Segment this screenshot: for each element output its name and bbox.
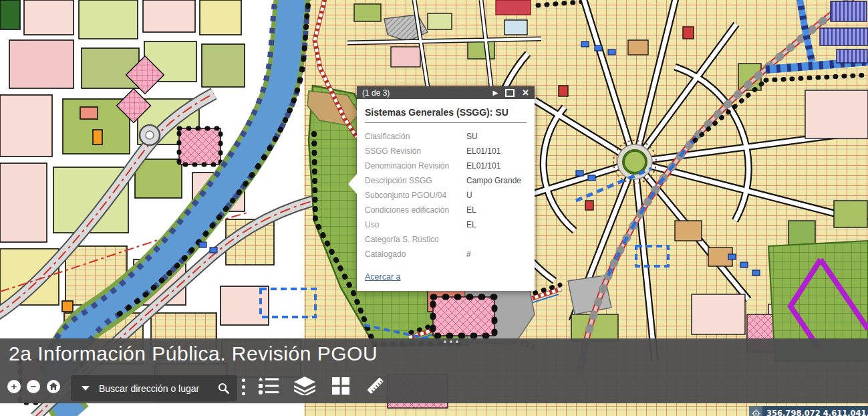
attribute-table-grip[interactable]: [444, 340, 458, 343]
field-row: Subconjunto PGOU/04U: [365, 188, 527, 203]
search-caret-icon[interactable]: [82, 386, 90, 391]
search-icon[interactable]: [218, 383, 229, 394]
field-row: Categoría S. Rústico: [365, 232, 527, 247]
popup-header[interactable]: (1 de 3) ▶ ✕: [357, 86, 535, 99]
locate-crosshair-icon[interactable]: [749, 406, 762, 416]
basemap-grid-icon: [332, 377, 349, 395]
field-row: ClasificaciónSU: [365, 129, 527, 144]
popup-pagination: (1 de 3): [362, 88, 390, 98]
page-title: 2a Información Pública. Revisión PGOU: [9, 342, 378, 365]
popup-close-icon[interactable]: ✕: [522, 88, 529, 98]
more-tools-button[interactable]: [242, 379, 245, 395]
home-icon: [49, 383, 57, 390]
search-box: [71, 375, 237, 401]
legend-icon: [259, 377, 279, 395]
zoom-in-button[interactable]: +: [7, 380, 21, 393]
coordinate-readout: 356.798,072 4.611.041,54: [766, 409, 868, 416]
popup-pointer: [348, 174, 357, 194]
popup-title: Sistemas Generales (SSGG): SU: [365, 107, 527, 118]
popup-next-icon[interactable]: ▶: [492, 90, 498, 96]
feature-popup: (1 de 3) ▶ ✕ Sistemas Generales (SSGG): …: [357, 86, 535, 291]
layers-icon: [294, 377, 315, 395]
zoom-out-button[interactable]: −: [27, 380, 40, 393]
layers-button[interactable]: [294, 377, 315, 395]
field-row: Condiciones edificaciónEL: [365, 203, 527, 217]
basemap-gallery-button[interactable]: [330, 377, 351, 395]
popup-divider: [365, 122, 527, 123]
field-row: SSGG RevisiónEL01/101: [365, 144, 527, 159]
field-row: Catalogado#: [365, 247, 527, 262]
ruler-icon: [365, 376, 386, 396]
field-row: Descripción SSGGCampo Grande: [365, 173, 527, 188]
home-button[interactable]: [47, 380, 60, 393]
field-row: Denominación RevisiónEL01/101: [365, 159, 527, 173]
measure-button[interactable]: [365, 377, 386, 395]
map-application: (1 de 3) ▶ ✕ Sistemas Generales (SSGG): …: [0, 0, 868, 416]
search-input[interactable]: [98, 383, 210, 395]
legend-button[interactable]: [258, 377, 279, 395]
popup-zoom-to-link[interactable]: Acercar a: [365, 272, 401, 282]
popup-maximize-icon[interactable]: [505, 89, 515, 97]
field-row: UsoEL: [365, 217, 527, 232]
coordinate-widget: 356.798,072 4.611.041,54: [749, 406, 868, 416]
